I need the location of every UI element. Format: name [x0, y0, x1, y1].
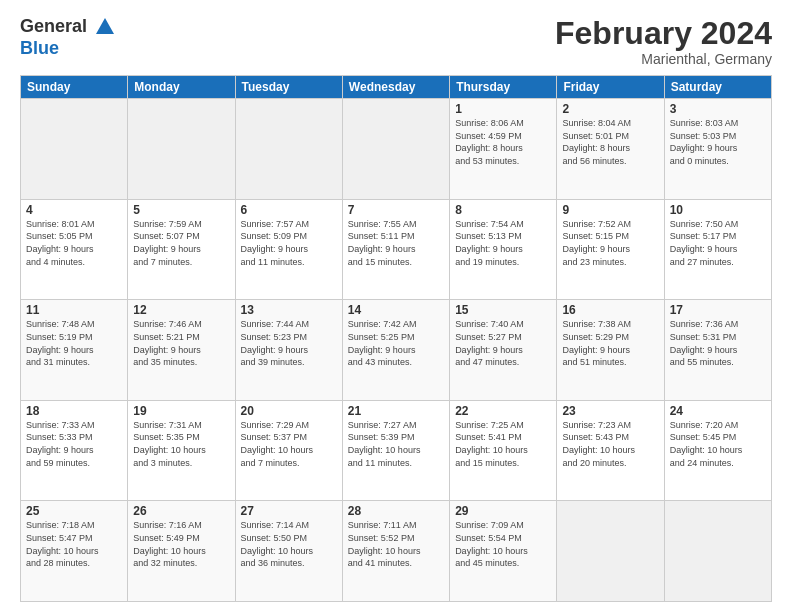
calendar-cell — [235, 99, 342, 200]
day-detail: Sunrise: 7:29 AM Sunset: 5:37 PM Dayligh… — [241, 419, 337, 469]
calendar-cell: 8Sunrise: 7:54 AM Sunset: 5:13 PM Daylig… — [450, 199, 557, 300]
calendar-cell: 13Sunrise: 7:44 AM Sunset: 5:23 PM Dayli… — [235, 300, 342, 401]
calendar-cell: 1Sunrise: 8:06 AM Sunset: 4:59 PM Daylig… — [450, 99, 557, 200]
day-detail: Sunrise: 7:50 AM Sunset: 5:17 PM Dayligh… — [670, 218, 766, 268]
day-number: 26 — [133, 504, 229, 518]
day-detail: Sunrise: 8:04 AM Sunset: 5:01 PM Dayligh… — [562, 117, 658, 167]
calendar-cell: 29Sunrise: 7:09 AM Sunset: 5:54 PM Dayli… — [450, 501, 557, 602]
calendar-cell: 17Sunrise: 7:36 AM Sunset: 5:31 PM Dayli… — [664, 300, 771, 401]
logo-icon — [94, 16, 116, 38]
calendar-cell: 19Sunrise: 7:31 AM Sunset: 5:35 PM Dayli… — [128, 400, 235, 501]
calendar-cell: 24Sunrise: 7:20 AM Sunset: 5:45 PM Dayli… — [664, 400, 771, 501]
day-number: 27 — [241, 504, 337, 518]
calendar-cell — [557, 501, 664, 602]
day-detail: Sunrise: 7:20 AM Sunset: 5:45 PM Dayligh… — [670, 419, 766, 469]
calendar-cell: 11Sunrise: 7:48 AM Sunset: 5:19 PM Dayli… — [21, 300, 128, 401]
day-number: 17 — [670, 303, 766, 317]
calendar-cell — [128, 99, 235, 200]
logo: General Blue — [20, 16, 116, 59]
day-detail: Sunrise: 7:36 AM Sunset: 5:31 PM Dayligh… — [670, 318, 766, 368]
location: Marienthal, Germany — [555, 51, 772, 67]
day-number: 29 — [455, 504, 551, 518]
day-detail: Sunrise: 7:27 AM Sunset: 5:39 PM Dayligh… — [348, 419, 444, 469]
calendar-cell: 25Sunrise: 7:18 AM Sunset: 5:47 PM Dayli… — [21, 501, 128, 602]
calendar-header-friday: Friday — [557, 76, 664, 99]
calendar-cell: 23Sunrise: 7:23 AM Sunset: 5:43 PM Dayli… — [557, 400, 664, 501]
day-detail: Sunrise: 7:33 AM Sunset: 5:33 PM Dayligh… — [26, 419, 122, 469]
calendar-cell: 5Sunrise: 7:59 AM Sunset: 5:07 PM Daylig… — [128, 199, 235, 300]
day-detail: Sunrise: 7:14 AM Sunset: 5:50 PM Dayligh… — [241, 519, 337, 569]
day-detail: Sunrise: 7:25 AM Sunset: 5:41 PM Dayligh… — [455, 419, 551, 469]
calendar-cell: 6Sunrise: 7:57 AM Sunset: 5:09 PM Daylig… — [235, 199, 342, 300]
day-detail: Sunrise: 8:01 AM Sunset: 5:05 PM Dayligh… — [26, 218, 122, 268]
day-number: 7 — [348, 203, 444, 217]
day-number: 11 — [26, 303, 122, 317]
title-area: February 2024 Marienthal, Germany — [555, 16, 772, 67]
calendar-week-2: 4Sunrise: 8:01 AM Sunset: 5:05 PM Daylig… — [21, 199, 772, 300]
calendar-header-wednesday: Wednesday — [342, 76, 449, 99]
calendar-cell: 22Sunrise: 7:25 AM Sunset: 5:41 PM Dayli… — [450, 400, 557, 501]
day-number: 18 — [26, 404, 122, 418]
calendar-week-1: 1Sunrise: 8:06 AM Sunset: 4:59 PM Daylig… — [21, 99, 772, 200]
header: General Blue February 2024 Marienthal, G… — [20, 16, 772, 67]
calendar-cell: 21Sunrise: 7:27 AM Sunset: 5:39 PM Dayli… — [342, 400, 449, 501]
day-number: 5 — [133, 203, 229, 217]
day-detail: Sunrise: 7:23 AM Sunset: 5:43 PM Dayligh… — [562, 419, 658, 469]
day-detail: Sunrise: 7:11 AM Sunset: 5:52 PM Dayligh… — [348, 519, 444, 569]
day-detail: Sunrise: 7:48 AM Sunset: 5:19 PM Dayligh… — [26, 318, 122, 368]
day-number: 3 — [670, 102, 766, 116]
day-detail: Sunrise: 7:46 AM Sunset: 5:21 PM Dayligh… — [133, 318, 229, 368]
day-detail: Sunrise: 7:52 AM Sunset: 5:15 PM Dayligh… — [562, 218, 658, 268]
calendar-cell: 27Sunrise: 7:14 AM Sunset: 5:50 PM Dayli… — [235, 501, 342, 602]
day-number: 12 — [133, 303, 229, 317]
calendar-header-thursday: Thursday — [450, 76, 557, 99]
calendar-header-tuesday: Tuesday — [235, 76, 342, 99]
calendar-cell: 16Sunrise: 7:38 AM Sunset: 5:29 PM Dayli… — [557, 300, 664, 401]
day-detail: Sunrise: 7:31 AM Sunset: 5:35 PM Dayligh… — [133, 419, 229, 469]
calendar-cell: 20Sunrise: 7:29 AM Sunset: 5:37 PM Dayli… — [235, 400, 342, 501]
day-number: 8 — [455, 203, 551, 217]
day-detail: Sunrise: 8:03 AM Sunset: 5:03 PM Dayligh… — [670, 117, 766, 167]
day-number: 6 — [241, 203, 337, 217]
calendar-week-5: 25Sunrise: 7:18 AM Sunset: 5:47 PM Dayli… — [21, 501, 772, 602]
calendar-cell: 18Sunrise: 7:33 AM Sunset: 5:33 PM Dayli… — [21, 400, 128, 501]
day-detail: Sunrise: 7:55 AM Sunset: 5:11 PM Dayligh… — [348, 218, 444, 268]
calendar-header-row: SundayMondayTuesdayWednesdayThursdayFrid… — [21, 76, 772, 99]
day-number: 15 — [455, 303, 551, 317]
calendar-cell: 12Sunrise: 7:46 AM Sunset: 5:21 PM Dayli… — [128, 300, 235, 401]
logo-text: General — [20, 16, 116, 38]
svg-marker-0 — [96, 18, 114, 34]
calendar-header-sunday: Sunday — [21, 76, 128, 99]
day-number: 9 — [562, 203, 658, 217]
day-number: 13 — [241, 303, 337, 317]
day-detail: Sunrise: 7:42 AM Sunset: 5:25 PM Dayligh… — [348, 318, 444, 368]
day-number: 28 — [348, 504, 444, 518]
month-title: February 2024 — [555, 16, 772, 51]
day-number: 19 — [133, 404, 229, 418]
calendar-week-4: 18Sunrise: 7:33 AM Sunset: 5:33 PM Dayli… — [21, 400, 772, 501]
calendar-header-saturday: Saturday — [664, 76, 771, 99]
day-number: 20 — [241, 404, 337, 418]
day-number: 2 — [562, 102, 658, 116]
day-number: 4 — [26, 203, 122, 217]
logo-subtext: Blue — [20, 38, 116, 59]
day-number: 24 — [670, 404, 766, 418]
day-detail: Sunrise: 7:16 AM Sunset: 5:49 PM Dayligh… — [133, 519, 229, 569]
calendar-cell: 15Sunrise: 7:40 AM Sunset: 5:27 PM Dayli… — [450, 300, 557, 401]
day-number: 23 — [562, 404, 658, 418]
day-number: 1 — [455, 102, 551, 116]
calendar-cell: 10Sunrise: 7:50 AM Sunset: 5:17 PM Dayli… — [664, 199, 771, 300]
calendar-cell: 7Sunrise: 7:55 AM Sunset: 5:11 PM Daylig… — [342, 199, 449, 300]
day-detail: Sunrise: 7:09 AM Sunset: 5:54 PM Dayligh… — [455, 519, 551, 569]
calendar-header-monday: Monday — [128, 76, 235, 99]
calendar-cell — [664, 501, 771, 602]
day-detail: Sunrise: 7:40 AM Sunset: 5:27 PM Dayligh… — [455, 318, 551, 368]
calendar-cell — [342, 99, 449, 200]
calendar-cell: 3Sunrise: 8:03 AM Sunset: 5:03 PM Daylig… — [664, 99, 771, 200]
day-detail: Sunrise: 7:57 AM Sunset: 5:09 PM Dayligh… — [241, 218, 337, 268]
day-number: 14 — [348, 303, 444, 317]
day-detail: Sunrise: 7:38 AM Sunset: 5:29 PM Dayligh… — [562, 318, 658, 368]
day-number: 16 — [562, 303, 658, 317]
page: General Blue February 2024 Marienthal, G… — [0, 0, 792, 612]
day-number: 10 — [670, 203, 766, 217]
